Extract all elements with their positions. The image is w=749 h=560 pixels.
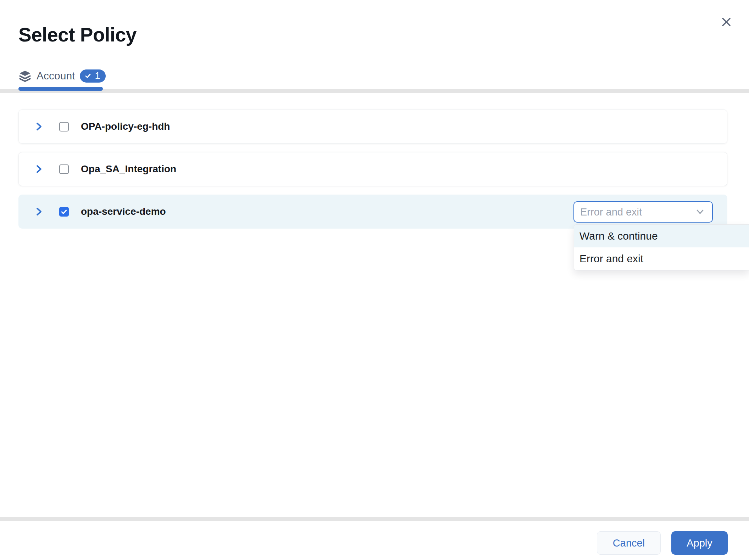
tabs-divider: [0, 89, 749, 93]
footer-divider: [0, 517, 749, 521]
policy-row-opa-service-demo[interactable]: opa-service-demo Error and exit: [18, 195, 727, 229]
footer-actions: Cancel Apply: [597, 531, 728, 555]
layers-icon: [18, 69, 32, 83]
apply-button[interactable]: Apply: [671, 531, 728, 555]
policy-name: opa-service-demo: [81, 206, 166, 217]
close-icon: [720, 16, 733, 28]
policy-checkbox[interactable]: [59, 122, 69, 131]
menu-option-error-exit[interactable]: Error and exit: [574, 247, 749, 270]
selected-count-badge: 1: [80, 69, 106, 83]
select-policy-modal: Select Policy Account 1: [0, 0, 749, 560]
tab-account-label: Account: [37, 70, 75, 82]
cancel-button[interactable]: Cancel: [597, 531, 661, 555]
action-dropdown-value: Error and exit: [580, 206, 642, 218]
chevron-right-icon[interactable]: [34, 164, 44, 174]
policy-name: Opa_SA_Integration: [81, 163, 176, 175]
menu-option-warn-continue[interactable]: Warn & continue: [574, 225, 749, 247]
page-title: Select Policy: [18, 23, 137, 46]
chevron-right-icon[interactable]: [34, 206, 44, 217]
action-dropdown[interactable]: Error and exit: [573, 201, 713, 223]
active-tab-indicator: [18, 87, 103, 91]
chevron-down-icon: [696, 209, 704, 215]
policy-checkbox-checked[interactable]: [59, 207, 69, 217]
selected-count: 1: [95, 71, 100, 82]
chevron-right-icon[interactable]: [34, 121, 44, 132]
check-icon: [84, 72, 91, 79]
policy-name: OPA-policy-eg-hdh: [81, 121, 170, 132]
close-button[interactable]: [719, 14, 734, 30]
tab-account[interactable]: Account 1: [18, 67, 106, 84]
policy-row-opa-sa-integration[interactable]: Opa_SA_Integration: [18, 152, 727, 186]
policy-checkbox[interactable]: [59, 164, 69, 174]
action-dropdown-menu: Warn & continue Error and exit: [574, 224, 749, 270]
policy-list: OPA-policy-eg-hdh Opa_SA_Integration: [18, 110, 727, 237]
policy-row-opa-policy-eg-hdh[interactable]: OPA-policy-eg-hdh: [18, 110, 727, 144]
